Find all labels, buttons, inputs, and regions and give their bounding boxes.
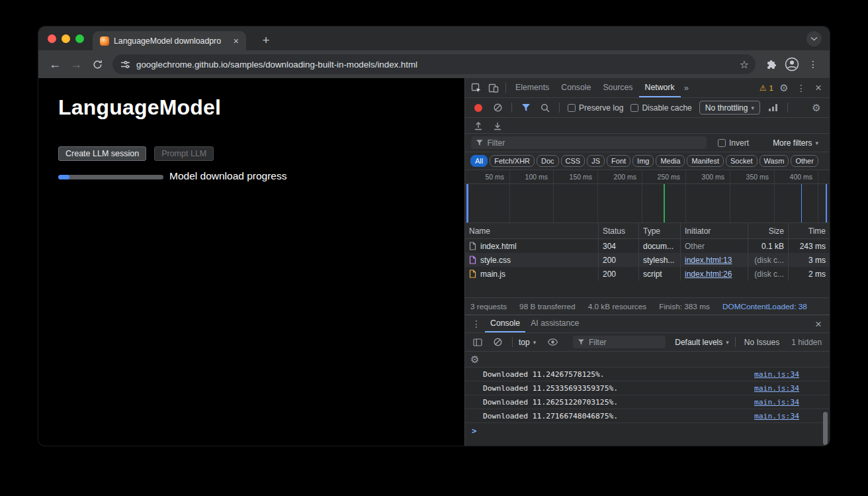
- chip-other[interactable]: Other: [791, 155, 818, 167]
- devtools-settings-button[interactable]: ⚙: [775, 80, 793, 96]
- minimize-window-button[interactable]: [62, 34, 70, 43]
- source-link[interactable]: main.js:34: [754, 395, 799, 409]
- tab-search-button[interactable]: [806, 31, 822, 46]
- console-filter-field[interactable]: [573, 336, 666, 348]
- execution-context-select[interactable]: top ▾: [519, 338, 536, 347]
- device-toolbar-icon: [488, 83, 499, 93]
- request-name[interactable]: main.js: [480, 270, 505, 279]
- clear-network-log-button[interactable]: [489, 100, 506, 116]
- clear-console-button[interactable]: [489, 334, 506, 350]
- console-sidebar-button[interactable]: [469, 334, 486, 350]
- invert-option[interactable]: Invert: [715, 138, 752, 148]
- profile-button[interactable]: [782, 54, 802, 74]
- import-har-button[interactable]: [470, 118, 487, 134]
- network-settings-button[interactable]: ⚙: [808, 100, 825, 116]
- gear-icon[interactable]: ⚙: [470, 354, 479, 364]
- column-name[interactable]: Name: [465, 223, 599, 238]
- url-text[interactable]: googlechrome.github.io/samples/downloadi…: [136, 60, 730, 70]
- log-levels-select[interactable]: Default levels ▾: [675, 338, 729, 347]
- console-drawer-menu-button[interactable]: ⋮: [468, 316, 485, 332]
- chip-js[interactable]: JS: [587, 155, 605, 167]
- invert-checkbox[interactable]: [718, 139, 726, 147]
- back-button[interactable]: ←: [45, 54, 65, 74]
- devtools-close-button[interactable]: ×: [810, 80, 827, 96]
- chip-font[interactable]: Font: [607, 155, 630, 167]
- browser-tab[interactable]: LanguageModel downloadpro ×: [93, 31, 246, 50]
- disable-cache-option[interactable]: Disable cache: [628, 103, 694, 113]
- column-size[interactable]: Size: [748, 223, 789, 238]
- zoom-window-button[interactable]: [75, 34, 84, 43]
- create-live-expression-button[interactable]: [544, 334, 561, 350]
- initiator-link[interactable]: index.html:26: [685, 270, 732, 279]
- close-window-button[interactable]: [48, 34, 56, 43]
- issues-warning-button[interactable]: ⚠ 1: [758, 83, 775, 93]
- tab-sources[interactable]: Sources: [597, 78, 638, 97]
- preserve-log-checkbox[interactable]: [568, 104, 576, 112]
- chip-all[interactable]: All: [470, 155, 488, 167]
- ai-assistance-tab[interactable]: AI assistance: [525, 315, 584, 332]
- source-link[interactable]: main.js:34: [754, 368, 799, 381]
- initiator-link[interactable]: index.html:13: [685, 256, 732, 265]
- message-text: Downloaded 11.27166748046875%.: [483, 412, 618, 421]
- console-drawer-close-button[interactable]: ×: [810, 316, 827, 332]
- chip-doc[interactable]: Doc: [537, 155, 559, 167]
- more-filters-button[interactable]: More filters ▾: [773, 138, 818, 148]
- source-link[interactable]: main.js:34: [754, 381, 799, 395]
- chip-socket[interactable]: Socket: [726, 155, 758, 167]
- new-tab-button[interactable]: +: [257, 31, 275, 50]
- throttling-select[interactable]: No throttling ▾: [699, 101, 760, 115]
- record-network-log-button[interactable]: [470, 100, 487, 116]
- document-file-icon: [469, 242, 476, 250]
- device-toolbar-button[interactable]: [485, 80, 502, 96]
- chip-css[interactable]: CSS: [561, 155, 586, 167]
- table-row[interactable]: index.html 304 docum... Other 0.1 kB 243…: [465, 239, 830, 253]
- tab-network[interactable]: Network: [639, 78, 681, 97]
- column-time[interactable]: Time: [789, 223, 830, 238]
- browser-menu-button[interactable]: ⋮: [803, 54, 823, 74]
- export-har-button[interactable]: [489, 118, 506, 134]
- console-prompt[interactable]: >: [465, 423, 830, 438]
- network-conditions-button[interactable]: [765, 100, 782, 116]
- request-name[interactable]: style.css: [480, 256, 511, 265]
- table-row[interactable]: style.css 200 stylesh... index.html:13 (…: [465, 253, 830, 267]
- network-filter-field[interactable]: [471, 136, 707, 149]
- issues-counter[interactable]: No Issues: [742, 338, 782, 347]
- omnibox[interactable]: googlechrome.github.io/samples/downloadi…: [112, 54, 756, 74]
- devtools-menu-button[interactable]: ⋮: [793, 80, 810, 96]
- source-link[interactable]: main.js:34: [754, 409, 799, 422]
- network-filter-input[interactable]: [488, 138, 701, 148]
- network-overview-timeline[interactable]: 50 ms 100 ms 150 ms 200 ms 250 ms 300 ms…: [465, 170, 830, 223]
- prompt-llm-button[interactable]: Prompt LLM: [154, 146, 214, 161]
- disable-cache-checkbox[interactable]: [630, 104, 638, 112]
- request-name[interactable]: index.html: [480, 242, 517, 251]
- chip-fetch-xhr[interactable]: Fetch/XHR: [490, 155, 535, 167]
- console-filter-input[interactable]: [589, 338, 660, 347]
- column-initiator[interactable]: Initiator: [681, 223, 748, 238]
- progress-fill: [58, 175, 69, 179]
- bookmark-star-icon[interactable]: ☆: [736, 56, 752, 72]
- chip-wasm[interactable]: Wasm: [760, 155, 789, 167]
- inspect-element-button[interactable]: [468, 80, 485, 96]
- extensions-button[interactable]: [761, 54, 781, 74]
- reload-button[interactable]: [87, 54, 107, 74]
- forward-button[interactable]: →: [66, 54, 86, 74]
- tab-close-icon[interactable]: ×: [232, 35, 241, 47]
- preserve-log-option[interactable]: Preserve log: [565, 103, 626, 113]
- filter-toggle-button[interactable]: [517, 100, 535, 116]
- hidden-messages-counter[interactable]: 1 hidden: [789, 338, 824, 347]
- chip-manifest[interactable]: Manifest: [687, 155, 724, 167]
- site-settings-icon[interactable]: [120, 60, 130, 70]
- create-llm-session-button[interactable]: Create LLM session: [58, 146, 146, 161]
- console-tab[interactable]: Console: [485, 315, 525, 332]
- table-row[interactable]: main.js 200 script index.html:26 (disk c…: [465, 267, 830, 281]
- column-type[interactable]: Type: [639, 223, 681, 238]
- page-title: LanguageModel: [58, 95, 221, 120]
- column-status[interactable]: Status: [599, 223, 639, 238]
- more-tabs-icon[interactable]: »: [681, 83, 692, 93]
- tab-elements[interactable]: Elements: [509, 78, 555, 97]
- chip-img[interactable]: Img: [632, 155, 654, 167]
- network-search-button[interactable]: [537, 100, 554, 116]
- scrollbar-thumb[interactable]: [823, 412, 828, 445]
- tab-console[interactable]: Console: [555, 78, 597, 97]
- chip-media[interactable]: Media: [656, 155, 685, 167]
